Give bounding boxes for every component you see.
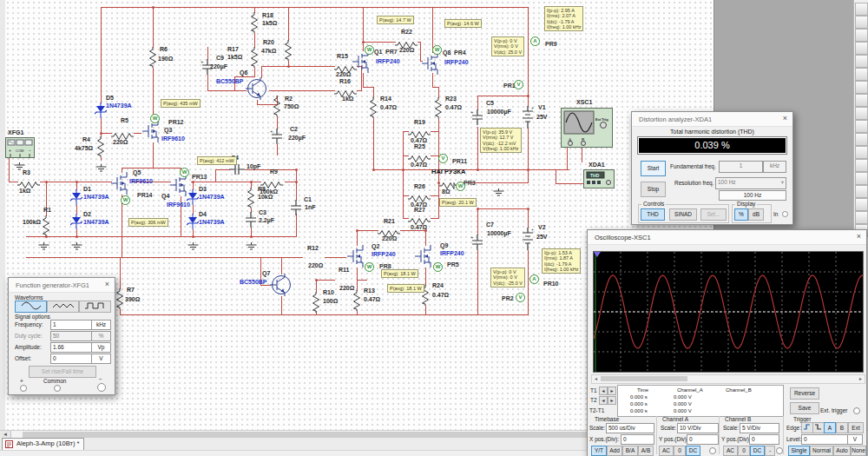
trigger-normal-button[interactable]: Normal — [810, 446, 833, 456]
common-terminal[interactable] — [54, 385, 61, 392]
instrument-button[interactable] — [855, 133, 868, 146]
oscilloscope-scrollbar[interactable]: ◄ ► — [591, 374, 865, 384]
amplitude-input[interactable]: 1.66 — [50, 342, 93, 353]
instrument-button[interactable] — [855, 159, 868, 172]
component-C7[interactable]: + — [470, 235, 484, 254]
t2-right-button[interactable]: ► — [608, 396, 616, 405]
probe-v-icon[interactable]: V — [516, 293, 525, 302]
trigger-a-button[interactable]: A — [824, 422, 836, 433]
sine-wave-button[interactable] — [15, 301, 47, 313]
component-V2[interactable]: + — [521, 228, 535, 254]
component-R10[interactable] — [311, 292, 321, 316]
component-R7[interactable] — [115, 288, 125, 313]
component-R14[interactable] — [368, 97, 378, 122]
component-C1[interactable] — [289, 200, 303, 219]
instrument-button[interactable] — [855, 107, 868, 120]
component-C3[interactable] — [244, 212, 258, 231]
add-button[interactable]: Add — [607, 446, 622, 456]
timebase-xpos-input[interactable]: 0 — [621, 434, 654, 445]
thd-mode-button[interactable]: THD — [641, 208, 665, 221]
component-Q8[interactable] — [422, 52, 443, 78]
channel-b-ac-button[interactable]: AC — [723, 446, 738, 456]
component-D4[interactable] — [187, 214, 199, 233]
probe-w-icon[interactable]: W — [150, 114, 160, 123]
amplitude-unit[interactable]: Vp — [91, 342, 111, 353]
sheet-tab[interactable]: Aleph-3-Amp (10Вт) * — [2, 438, 84, 451]
channel-a-0-button[interactable]: 0 — [674, 446, 686, 456]
oscilloscope-icon[interactable]: Ext Trig AB — [561, 108, 613, 148]
channel-a-ac-button[interactable]: AC — [659, 446, 674, 456]
component-Q3[interactable] — [142, 120, 163, 146]
close-icon[interactable]: × — [783, 115, 787, 122]
function-generator-window[interactable]: Function generator-XFG1 × Waveforms Sign… — [8, 277, 115, 395]
rising-edge-button[interactable] — [801, 422, 813, 433]
square-wave-button[interactable] — [79, 301, 111, 313]
probe-v-icon[interactable]: V — [514, 80, 523, 89]
component-D1[interactable] — [70, 189, 82, 208]
component-D2[interactable] — [70, 214, 82, 233]
start-button[interactable]: Start — [641, 161, 666, 176]
trigger-b-button[interactable]: B — [836, 422, 848, 433]
timebase-scale-input[interactable]: 500 us/Div — [606, 423, 654, 433]
component-Q5[interactable] — [111, 172, 132, 198]
ab-button[interactable]: A/B — [638, 446, 654, 456]
close-icon[interactable]: × — [857, 233, 861, 241]
component-R20[interactable] — [283, 40, 293, 64]
component-R1[interactable] — [41, 215, 51, 240]
component-R2[interactable] — [272, 96, 282, 120]
offset-unit[interactable]: V — [91, 354, 111, 364]
instrument-button[interactable] — [855, 3, 868, 16]
probe-v-icon[interactable]: V — [438, 154, 448, 163]
trigger-ext-button[interactable]: Ext — [848, 422, 864, 433]
trigger-none-button[interactable]: None — [851, 446, 866, 456]
probe-w-icon[interactable]: W — [180, 168, 189, 177]
channel-b-radio[interactable] — [776, 447, 783, 454]
component-D5[interactable] — [95, 102, 107, 122]
component-V1[interactable]: + — [521, 106, 535, 132]
sinad-mode-button[interactable]: SINAD — [669, 208, 697, 221]
probe-w-icon[interactable]: W — [365, 45, 374, 55]
instrument-button[interactable] — [855, 29, 868, 42]
component-R6[interactable] — [148, 47, 158, 71]
xda-titlebar[interactable]: Distortion analyzer-XDA1 × — [632, 112, 792, 127]
yt-button[interactable]: Y/T — [591, 446, 607, 456]
instrument-button[interactable] — [855, 81, 868, 94]
instrument-button[interactable] — [855, 42, 868, 55]
component-R17[interactable] — [249, 47, 260, 71]
probe-w-icon[interactable]: W — [456, 182, 465, 191]
offset-input[interactable]: 0 — [50, 354, 93, 364]
oscilloscope-window[interactable]: Oscilloscope-XSC1 × ◄ ► T1 ◄ ► T2 ◄ ► T2… — [587, 229, 867, 456]
scroll-right-icon[interactable]: ► — [857, 375, 865, 382]
fundamental-input[interactable]: 1 — [719, 161, 763, 173]
function-generator-icon[interactable]: +COM− — [5, 137, 35, 158]
channel-a-dc-button[interactable]: DC — [686, 446, 700, 456]
t2-left-button[interactable]: ◄ — [599, 396, 608, 405]
in-terminal[interactable] — [782, 211, 788, 217]
trigger-level-input[interactable]: 0 — [801, 434, 848, 445]
component-R23[interactable] — [433, 97, 444, 122]
channel-a-radio[interactable] — [709, 447, 716, 454]
instrument-button[interactable] — [855, 55, 868, 68]
minus-terminal[interactable] — [97, 383, 106, 392]
channel-b-ypos-input[interactable]: 0 — [749, 434, 779, 445]
instrument-button[interactable] — [855, 198, 868, 211]
ext-trigger-radio[interactable] — [853, 407, 860, 414]
triangle-wave-button[interactable] — [47, 301, 79, 313]
component-Q7[interactable] — [270, 274, 293, 300]
component-C5[interactable]: + — [470, 109, 484, 129]
instrument-button[interactable] — [855, 172, 868, 185]
component-R18[interactable] — [249, 12, 260, 36]
frequency-unit[interactable]: kHz — [91, 320, 111, 330]
channel-a-ypos-input[interactable]: 0 — [687, 434, 719, 445]
channel-b-scale-input[interactable]: 5 V/Div — [740, 423, 779, 433]
instrument-button[interactable] — [855, 68, 868, 81]
t1-right-button[interactable]: ► — [608, 387, 616, 395]
stop-button[interactable]: Stop — [641, 182, 666, 197]
close-icon[interactable]: × — [105, 281, 109, 288]
plus-terminal[interactable] — [20, 385, 27, 392]
distortion-analyzer-icon[interactable]: THD — [583, 169, 615, 188]
probe-a-icon[interactable]: A — [530, 36, 540, 46]
scroll-left-icon[interactable]: ◄ — [592, 375, 600, 382]
channel-a-scale-input[interactable]: 10 V/Div — [677, 423, 719, 433]
trigger-single-button[interactable]: Single — [788, 446, 810, 456]
